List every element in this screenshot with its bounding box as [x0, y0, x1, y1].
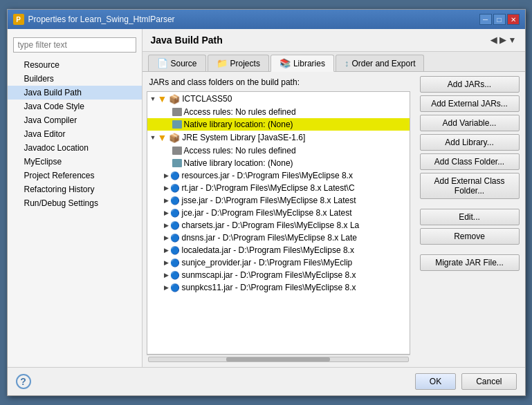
nav-arrows: ◀ ▶ ▼	[490, 35, 517, 45]
tree-item-label: Access rules: No rules defined	[184, 107, 296, 117]
action-button-remove[interactable]: Remove	[420, 228, 520, 245]
sidebar-item-java-code-style[interactable]: Java Code Style	[8, 100, 142, 113]
folder-icon: ▼	[157, 93, 167, 104]
help-button[interactable]: ?	[16, 374, 31, 389]
action-button-add-external-jars---[interactable]: Add External JARs...	[420, 95, 520, 112]
action-button-add-variable---[interactable]: Add Variable...	[420, 115, 520, 131]
tab-projects[interactable]: 📁 Projects	[208, 55, 269, 71]
tree-arrow-icon: ▶	[164, 222, 169, 229]
scrollbar-track	[148, 357, 409, 362]
back-arrow[interactable]: ◀	[490, 35, 497, 45]
tree-item[interactable]: Access rules: No rules defined	[147, 106, 410, 118]
tab-libraries[interactable]: 📚 Libraries	[270, 55, 334, 72]
ok-button[interactable]: OK	[415, 373, 456, 390]
rule-icon	[172, 108, 182, 116]
native-icon	[172, 159, 182, 167]
sidebar-item-refactoring-history[interactable]: Refactoring History	[8, 182, 142, 196]
filter-input[interactable]	[13, 37, 136, 53]
action-button-migrate-jar-file---[interactable]: Migrate JAR File...	[420, 254, 520, 271]
action-button-add-class-folder---[interactable]: Add Class Folder...	[420, 153, 520, 170]
order-tab-icon: ↕	[345, 58, 349, 68]
sidebar-item-java-build-path[interactable]: Java Build Path	[8, 86, 142, 100]
tree-item[interactable]: ▶🔵jce.jar - D:\Program Files\MyEclipse 8…	[147, 207, 410, 219]
tab-order-export-label: Order and Export	[351, 59, 415, 68]
dropdown-arrow[interactable]: ▼	[508, 35, 517, 45]
sidebar-item-resource[interactable]: Resource	[8, 58, 142, 72]
tree-arrow-icon: ▶	[164, 185, 169, 191]
tab-source[interactable]: 📄 Source	[148, 55, 206, 71]
tree-item[interactable]: ▶🔵dnsns.jar - D:\Program Files\MyEclipse…	[147, 232, 410, 244]
sidebar-item-project-references[interactable]: Project References	[8, 169, 142, 182]
titlebar: P Properties for Learn_Swing_HtmlParser …	[8, 10, 525, 29]
tree-item-label: localedata.jar - D:\Program Files\MyEcli…	[182, 245, 354, 255]
tree-item[interactable]: ▶🔵resources.jar - D:\Program Files\MyEcl…	[147, 169, 410, 182]
tree-item[interactable]: Native library location: (None)	[147, 157, 410, 169]
sidebar-item-builders[interactable]: Builders	[8, 72, 142, 86]
jar-icon: 🔵	[170, 209, 180, 218]
cancel-button[interactable]: Cancel	[461, 373, 516, 390]
tree-item[interactable]: Access rules: No rules defined	[147, 144, 410, 157]
forward-arrow[interactable]: ▶	[499, 35, 506, 45]
jar-icon: 🔵	[170, 234, 180, 243]
main-title: Java Build Path	[151, 35, 223, 46]
tree-container[interactable]: ▼▼📦ICTCLASS50Access rules: No rules defi…	[147, 91, 410, 355]
tree-arrow-icon: ▶	[164, 272, 169, 279]
tree-item[interactable]: ▶🔵sunjce_provider.jar - D:\Program Files…	[147, 256, 410, 269]
action-button-add-library---[interactable]: Add Library...	[420, 134, 520, 151]
tree-item-label: Native library location: (None)	[184, 120, 293, 129]
tree-arrow-icon: ▼	[150, 95, 156, 102]
tree-arrow-icon: ▶	[164, 234, 169, 241]
tree-arrow-icon: ▶	[164, 197, 169, 204]
tree-item[interactable]: ▶🔵jsse.jar - D:\Program Files\MyEclipse …	[147, 194, 410, 207]
action-button-edit---[interactable]: Edit...	[420, 209, 520, 225]
jar-icon: 🔵	[170, 246, 180, 255]
tree-item[interactable]: ▶🔵sunpkcs11.jar - D:\Program Files\MyEcl…	[147, 281, 410, 294]
tab-libraries-label: Libraries	[293, 59, 325, 68]
tree-item-label: Native library location: (None)	[184, 158, 293, 168]
tree-arrow-icon: ▶	[164, 259, 169, 266]
tree-item-label: charsets.jar - D:\Program Files\MyEclips…	[182, 220, 360, 230]
tree-arrow-icon: ▶	[164, 172, 169, 179]
folder-icon: ▼	[157, 132, 167, 143]
tree-item[interactable]: ▼▼📦JRE System Library [JavaSE-1.6]	[147, 131, 410, 144]
tree-item-label: jce.jar - D:\Program Files\MyEclipse 8.x…	[182, 208, 352, 218]
tree-arrow-icon: ▶	[164, 209, 169, 216]
tree-item[interactable]: ▶🔵localedata.jar - D:\Program Files\MyEc…	[147, 244, 410, 256]
content-area: Resource Builders Java Build Path Java C…	[8, 29, 525, 367]
window-controls: ─ □ ✕	[479, 14, 520, 25]
sidebar-item-javadoc-location[interactable]: Javadoc Location	[8, 141, 142, 155]
sidebar-item-java-compiler[interactable]: Java Compiler	[8, 113, 142, 127]
jar-icon: 🔵	[170, 196, 180, 205]
close-button[interactable]: ✕	[507, 14, 520, 25]
tree-panel: JARs and class folders on the build path…	[143, 72, 414, 367]
sidebar-item-java-editor[interactable]: Java Editor	[8, 127, 142, 141]
tree-item[interactable]: ▶🔵sunmscapi.jar - D:\Program Files\MyEcl…	[147, 269, 410, 281]
tree-item[interactable]: ▶🔵charsets.jar - D:\Program Files\MyEcli…	[147, 219, 410, 232]
titlebar-left: P Properties for Learn_Swing_HtmlParser	[13, 14, 175, 25]
tree-description: JARs and class folders on the build path…	[147, 76, 410, 88]
sidebar: Resource Builders Java Build Path Java C…	[8, 29, 143, 367]
tab-order-export[interactable]: ↕ Order and Export	[336, 55, 425, 71]
tree-item-label: resources.jar - D:\Program Files\MyEclip…	[182, 171, 353, 180]
action-button-add-external-class-folder---[interactable]: Add External Class Folder...	[420, 173, 520, 199]
projects-tab-icon: 📁	[217, 58, 228, 68]
app-icon: P	[13, 14, 24, 25]
tree-item[interactable]: ▶🔵rt.jar - D:\Program Files\MyEclipse 8.…	[147, 182, 410, 194]
tree-item-label: sunpkcs11.jar - D:\Program Files\MyEclip…	[182, 283, 356, 292]
tree-item-label: ICTCLASS50	[182, 94, 232, 104]
jar-icon: 🔵	[170, 258, 180, 267]
minimize-button[interactable]: ─	[479, 14, 492, 25]
jar-icon: 🔵	[170, 221, 180, 230]
tree-item-label: sunmscapi.jar - D:\Program Files\MyEclip…	[182, 270, 356, 280]
action-button-add-jars---[interactable]: Add JARs...	[420, 76, 520, 93]
main-window: P Properties for Learn_Swing_HtmlParser …	[7, 9, 526, 396]
sidebar-item-run-debug-settings[interactable]: Run/Debug Settings	[8, 196, 142, 210]
tree-item[interactable]: ▼▼📦ICTCLASS50	[147, 92, 410, 106]
main-panel: Java Build Path ◀ ▶ ▼ 📄 Source 📁 Project…	[143, 29, 525, 367]
horizontal-scrollbar[interactable]	[147, 355, 410, 363]
maximize-button[interactable]: □	[493, 14, 506, 25]
sidebar-item-myeclipse[interactable]: MyEclipse	[8, 155, 142, 169]
lib-folder-icon: 📦	[169, 133, 180, 143]
tree-item[interactable]: Native library location: (None)	[147, 118, 410, 131]
tree-item-label: sunjce_provider.jar - D:\Program Files\M…	[182, 258, 353, 267]
